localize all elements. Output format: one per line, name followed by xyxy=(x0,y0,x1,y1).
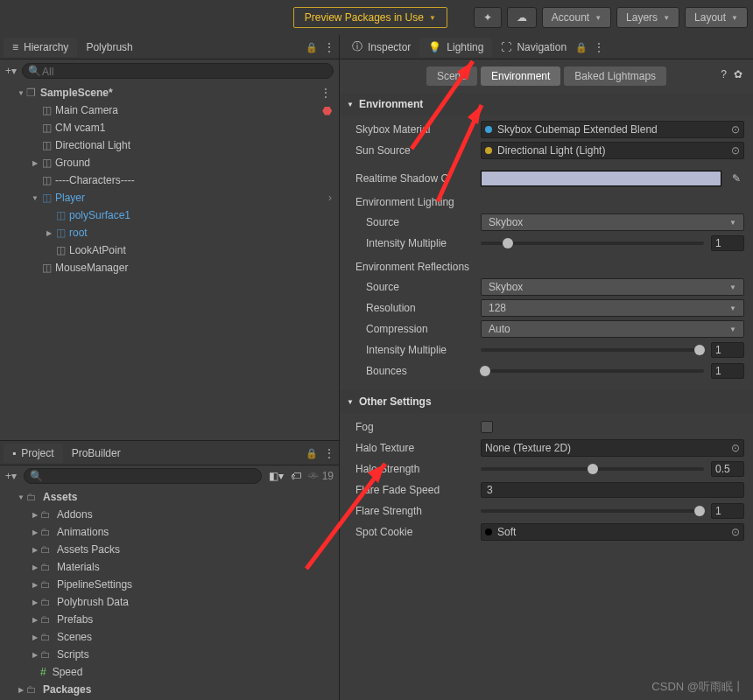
object-picker-icon[interactable]: ⊙ xyxy=(731,123,740,136)
refl-source-dropdown[interactable]: Skybox▼ xyxy=(481,278,744,296)
shadow-color-field[interactable] xyxy=(481,171,721,186)
hierarchy-search-input[interactable]: 🔍 All xyxy=(22,63,334,79)
tab-navigation[interactable]: ⛶Navigation xyxy=(492,38,575,57)
section-other-settings[interactable]: ▼Other Settings xyxy=(340,390,753,413)
section-environment[interactable]: ▼Environment xyxy=(340,93,753,116)
hierarchy-item[interactable]: ◫Directional Light xyxy=(0,136,339,154)
halo-strength-slider[interactable] xyxy=(481,467,704,471)
folder-item[interactable]: ▶🗀Prefabs xyxy=(0,611,339,628)
skybox-material-field[interactable]: Skybox Cubemap Extended Blend⊙ xyxy=(481,121,744,138)
halo-texture-field[interactable]: None (Texture 2D)⊙ xyxy=(481,439,744,457)
foldout-icon[interactable]: ▼ xyxy=(30,194,40,202)
project-search-input[interactable]: 🔍 xyxy=(24,468,262,484)
bounces-value[interactable]: 1 xyxy=(711,363,744,379)
lock-icon[interactable] xyxy=(575,41,588,53)
lock-icon[interactable] xyxy=(306,447,318,459)
object-picker-icon[interactable]: ⊙ xyxy=(731,442,740,454)
folder-item[interactable]: ▶🗀PipelineSettings xyxy=(0,576,339,593)
folder-icon: 🗀 xyxy=(26,683,37,696)
folder-item[interactable]: ▶🗀Polybrush Data xyxy=(0,593,339,611)
compression-dropdown[interactable]: Auto▼ xyxy=(481,320,744,338)
kebab-icon[interactable] xyxy=(320,86,332,100)
preview-packages-button[interactable]: Preview Packages in Use ▼ xyxy=(293,7,447,28)
tab-inspector[interactable]: ⓘInspector xyxy=(343,36,419,58)
foldout-icon[interactable]: ▼ xyxy=(16,89,26,97)
filter-icon[interactable]: ◧▾ xyxy=(269,470,284,482)
refl-intensity-slider[interactable] xyxy=(481,348,704,352)
dropdown-value: Skybox xyxy=(489,281,523,293)
foldout-icon[interactable]: ▶ xyxy=(30,159,40,167)
kebab-icon[interactable] xyxy=(323,40,335,54)
asset-item-speed[interactable]: #Speed xyxy=(0,663,339,681)
hierarchy-item[interactable]: ▶◫Ground xyxy=(0,154,339,172)
label-icon[interactable]: 🏷 xyxy=(291,470,301,482)
flare-fade-field[interactable]: 3 xyxy=(481,482,744,498)
hierarchy-item[interactable]: ◫polySurface1 xyxy=(0,206,339,224)
layers-dropdown[interactable]: Layers ▼ xyxy=(616,7,679,28)
gizmo-button[interactable]: ✦ xyxy=(474,7,502,28)
scene-row[interactable]: ▼ ❐ SampleScene* xyxy=(0,84,339,102)
tab-probuilder[interactable]: ProBuilder xyxy=(63,444,130,463)
kebab-icon[interactable] xyxy=(323,446,335,460)
layout-dropdown[interactable]: Layout ▼ xyxy=(685,7,748,28)
foldout-icon[interactable]: ▶ xyxy=(44,229,54,237)
subtab-baked[interactable]: Baked Lightmaps xyxy=(564,66,666,86)
folder-item[interactable]: ▶🗀Materials xyxy=(0,558,339,576)
hierarchy-item[interactable]: ◫----Characters---- xyxy=(0,172,339,189)
folder-item[interactable]: ▶🗀Scenes xyxy=(0,628,339,646)
intensity-slider[interactable] xyxy=(481,242,704,245)
object-picker-icon[interactable]: ⊙ xyxy=(731,526,740,538)
kebab-icon[interactable] xyxy=(593,40,605,54)
account-dropdown[interactable]: Account ▼ xyxy=(542,7,611,28)
folder-label: Prefabs xyxy=(57,613,93,626)
foldout-icon[interactable]: ▼ xyxy=(347,398,354,406)
folder-item[interactable]: ▶🗀Scripts xyxy=(0,646,339,663)
eyedropper-icon[interactable]: ✎ xyxy=(728,172,744,185)
plus-icon[interactable]: +▾ xyxy=(5,65,17,77)
folder-item[interactable]: ▶🗀Assets Packs xyxy=(0,541,339,558)
folder-label: Scripts xyxy=(57,648,89,661)
flare-strength-slider[interactable] xyxy=(481,509,704,513)
tab-project[interactable]: ▪ Project xyxy=(4,444,63,463)
spot-cookie-field[interactable]: Soft⊙ xyxy=(481,523,744,541)
settings-icon[interactable]: ✿ xyxy=(734,68,742,80)
folder-assets[interactable]: ▼🗀Assets xyxy=(0,488,339,506)
bounces-slider[interactable] xyxy=(481,369,704,373)
tab-hierarchy[interactable]: ≡ Hierarchy xyxy=(4,38,77,57)
dropdown-value: 128 xyxy=(489,302,506,314)
cloud-button[interactable]: ☁ xyxy=(507,7,537,28)
resolution-dropdown[interactable]: 128▼ xyxy=(481,299,744,317)
halo-strength-value[interactable]: 0.5 xyxy=(711,461,744,477)
object-picker-icon[interactable]: ⊙ xyxy=(731,144,740,157)
subtab-environment[interactable]: Environment xyxy=(481,66,560,86)
folder-item[interactable]: ▶🗀Animations xyxy=(0,523,339,541)
flare-strength-value[interactable]: 1 xyxy=(711,503,744,519)
foldout-icon[interactable]: ▼ xyxy=(16,494,26,501)
foldout-icon[interactable]: ▼ xyxy=(347,101,354,108)
hierarchy-item-player[interactable]: ▼◫Player› xyxy=(0,189,339,206)
folder-icon: 🗀 xyxy=(40,613,51,626)
folder-icon: 🗀 xyxy=(26,491,37,503)
intensity-value[interactable]: 1 xyxy=(711,235,744,251)
open-prefab-icon[interactable]: › xyxy=(328,192,332,204)
tab-lighting[interactable]: 💡Lighting xyxy=(419,38,492,57)
tab-polybrush[interactable]: Polybrush xyxy=(77,38,141,57)
folder-item[interactable]: ▶🗀Addons xyxy=(0,506,339,523)
fog-checkbox[interactable] xyxy=(481,421,493,433)
lock-icon[interactable] xyxy=(306,41,318,53)
sun-source-field[interactable]: Directional Light (Light)⊙ xyxy=(481,142,744,159)
refl-intensity-value[interactable]: 1 xyxy=(711,342,744,358)
subtab-scene[interactable]: Scene xyxy=(426,66,477,86)
hierarchy-search-row: +▾ 🔍 All xyxy=(0,60,339,82)
hierarchy-item[interactable]: ▶◫root xyxy=(0,224,339,242)
lighting-source-dropdown[interactable]: Skybox▼ xyxy=(481,214,744,231)
hierarchy-item[interactable]: ◫LookAtPoint xyxy=(0,242,339,259)
hierarchy-item[interactable]: ◫MouseManager xyxy=(0,259,339,276)
hierarchy-item[interactable]: ◫Main Camera⬣ xyxy=(0,102,339,119)
folder-packages[interactable]: ▶🗀Packages xyxy=(0,681,339,698)
plus-icon[interactable]: +▾ xyxy=(5,470,17,482)
tab-label: Lighting xyxy=(447,41,483,53)
hierarchy-item[interactable]: ◫CM vcam1 xyxy=(0,119,339,136)
help-icon[interactable]: ? xyxy=(721,68,727,80)
search-placeholder: All xyxy=(42,66,53,78)
